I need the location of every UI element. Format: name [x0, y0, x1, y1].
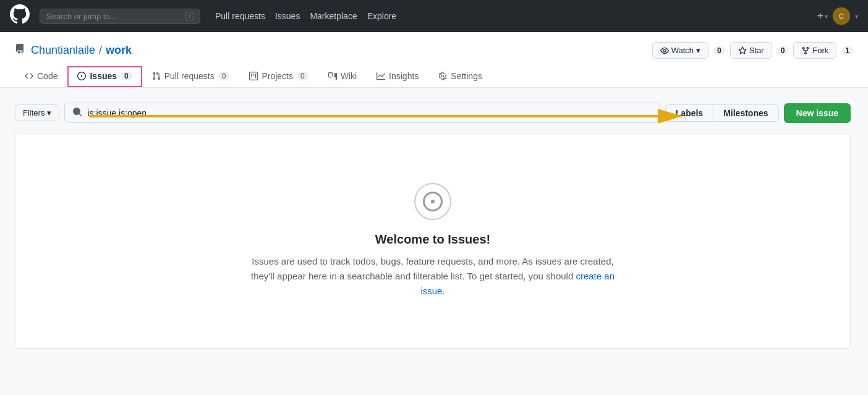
- repo-icon: [15, 44, 25, 57]
- repo-tabs: Code Issues 0 Pull requests 0 Projects 0…: [15, 66, 853, 87]
- tab-insights-label: Insights: [389, 71, 419, 81]
- tab-pr-label: Pull requests: [164, 71, 215, 81]
- tab-projects[interactable]: Projects 0: [239, 66, 318, 87]
- slash-key-badge: /: [185, 12, 194, 20]
- fork-label: Fork: [812, 46, 828, 55]
- breadcrumb: Chuntianlaile / work: [15, 44, 132, 57]
- tab-issues-label: Issues: [90, 71, 117, 81]
- repo-owner-link[interactable]: Chuntianlaile: [31, 44, 95, 57]
- tab-code-label: Code: [37, 71, 57, 81]
- repo-title-row: Chuntianlaile / work Watch ▾ 0 Star 0: [15, 42, 853, 59]
- tab-code[interactable]: Code: [15, 66, 67, 87]
- repo-header: Chuntianlaile / work Watch ▾ 0 Star 0: [0, 32, 868, 88]
- star-count: 0: [777, 46, 789, 55]
- issues-search-bar[interactable]: [64, 103, 660, 123]
- tab-insights[interactable]: Insights: [367, 66, 428, 87]
- tab-pull-requests[interactable]: Pull requests 0: [142, 66, 240, 87]
- milestones-button[interactable]: Milestones: [713, 104, 778, 122]
- nav-pull-requests[interactable]: Pull requests: [215, 11, 265, 21]
- star-button[interactable]: Star: [730, 42, 772, 59]
- empty-state-icon: [414, 183, 451, 220]
- repo-name-link[interactable]: work: [106, 44, 132, 57]
- tab-settings[interactable]: Settings: [428, 66, 492, 87]
- tab-projects-label: Projects: [262, 71, 293, 81]
- tab-settings-label: Settings: [451, 71, 482, 81]
- labels-milestones-group: Labels Milestones: [665, 104, 779, 122]
- plus-chevron-icon: ▾: [825, 13, 828, 20]
- issues-search-input[interactable]: [87, 108, 652, 118]
- filters-button[interactable]: Filters ▾: [15, 104, 59, 121]
- empty-state-title: Welcome to Issues!: [375, 232, 490, 247]
- navbar-actions: + ▾ C ▾: [817, 7, 858, 25]
- repo-actions: Watch ▾ 0 Star 0 Fork 1: [652, 42, 853, 59]
- new-issue-button[interactable]: New issue: [784, 103, 851, 123]
- nav-explore[interactable]: Explore: [367, 11, 396, 21]
- tab-pr-count: 0: [218, 72, 230, 80]
- watch-chevron-icon: ▾: [696, 46, 700, 55]
- tab-issues-count: 0: [121, 72, 132, 80]
- new-item-button[interactable]: + ▾: [817, 10, 828, 23]
- nav-marketplace[interactable]: Marketplace: [310, 11, 357, 21]
- labels-button[interactable]: Labels: [665, 104, 713, 122]
- fork-button[interactable]: Fork: [793, 42, 836, 59]
- issues-empty-state: Welcome to Issues! Issues are used to tr…: [15, 134, 850, 348]
- issues-bar: Filters ▾ Labels Milestones New issue: [15, 103, 851, 123]
- github-logo-icon[interactable]: [10, 4, 30, 28]
- breadcrumb-separator: /: [99, 44, 102, 57]
- search-input[interactable]: [46, 12, 181, 21]
- issues-bar-wrapper: Filters ▾ Labels Milestones New issue: [15, 103, 851, 123]
- nav-issues[interactable]: Issues: [275, 11, 300, 21]
- issues-container: Welcome to Issues! Issues are used to tr…: [15, 133, 851, 349]
- search-icon: [72, 107, 82, 119]
- tab-issues[interactable]: Issues 0: [67, 66, 142, 87]
- navbar-links: Pull requests Issues Marketplace Explore: [215, 11, 396, 21]
- main-content: Filters ▾ Labels Milestones New issue: [0, 88, 866, 363]
- user-avatar[interactable]: C: [833, 7, 850, 25]
- watch-button[interactable]: Watch ▾: [652, 42, 708, 59]
- star-label: Star: [749, 46, 764, 55]
- avatar-chevron-icon: ▾: [855, 13, 858, 20]
- empty-state-description: Issues are used to track todos, bugs, fe…: [247, 254, 618, 299]
- fork-count: 1: [841, 46, 853, 55]
- tab-wiki[interactable]: Wiki: [318, 66, 367, 87]
- svg-text:C: C: [839, 12, 844, 20]
- tab-wiki-label: Wiki: [341, 71, 357, 81]
- watch-count: 0: [713, 46, 725, 55]
- filters-chevron-icon: ▾: [47, 108, 51, 117]
- tab-projects-count: 0: [297, 72, 308, 80]
- watch-label: Watch: [671, 46, 694, 55]
- filters-label: Filters: [23, 108, 45, 117]
- navbar: / Pull requests Issues Marketplace Explo…: [0, 0, 868, 32]
- search-bar[interactable]: /: [40, 9, 200, 24]
